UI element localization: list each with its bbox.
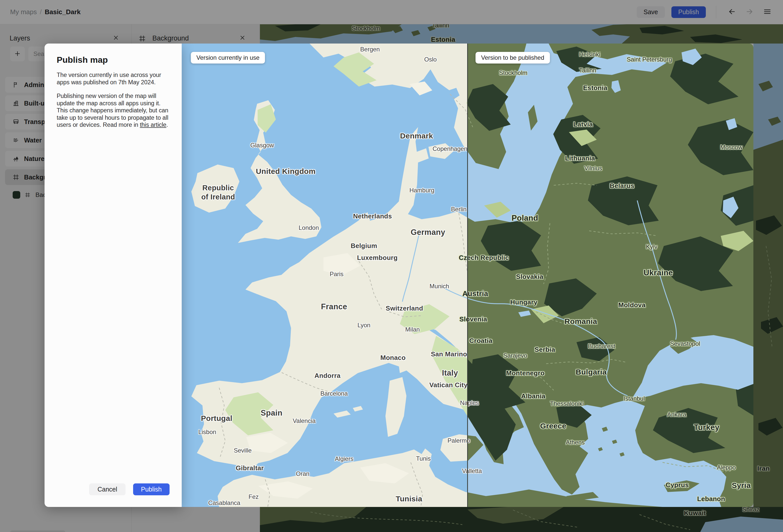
map-compare-view[interactable]: BergenOsloGlasgowUnited KingdomRepublico… [182, 43, 753, 507]
version-published-chip: Version to be published [475, 52, 550, 64]
publish-modal: Publish map The version currently in use… [44, 43, 182, 507]
compare-split-divider[interactable] [467, 43, 468, 507]
version-current-chip: Version currently in use [191, 52, 265, 64]
modal-paragraph-2: Publishing new version of the map will u… [57, 92, 169, 129]
modal-title: Publish map [57, 55, 169, 65]
modal-paragraph-1: The version currently in use across your… [57, 71, 169, 86]
this-article-link[interactable]: this article [140, 122, 166, 128]
cancel-button[interactable]: Cancel [89, 483, 126, 495]
publish-button-modal[interactable]: Publish [133, 483, 169, 495]
